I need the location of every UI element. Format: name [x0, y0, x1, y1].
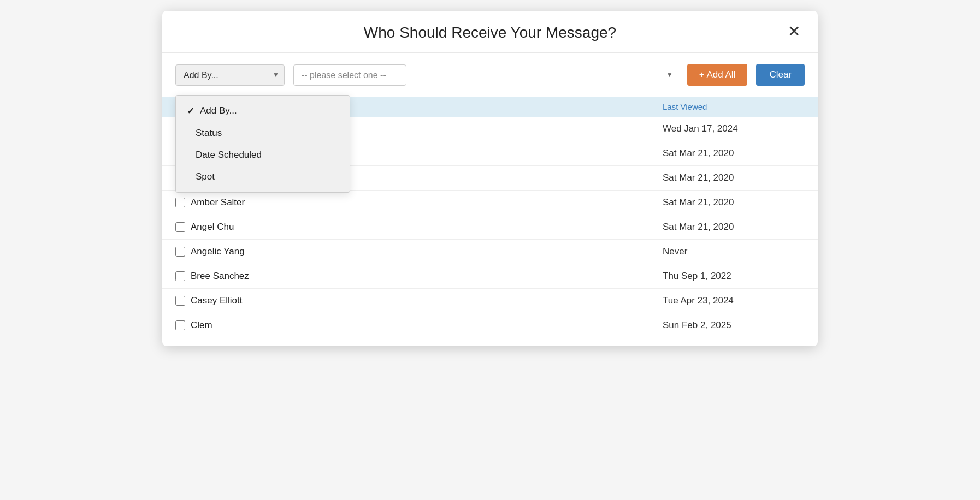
- close-button[interactable]: ✕: [783, 22, 805, 41]
- controls-row: Add By... Status Date Scheduled Spot ▼ A…: [162, 53, 818, 97]
- row-checkbox-3[interactable]: [175, 198, 185, 207]
- row-checkbox-8[interactable]: [175, 320, 185, 330]
- row-checkbox-6[interactable]: [175, 271, 185, 281]
- select-one-select[interactable]: -- please select one --: [293, 64, 406, 86]
- row-date-0: Wed Jan 17, 2024: [663, 123, 805, 134]
- dropdown-item-add-by[interactable]: Add By...: [176, 100, 350, 122]
- table-row: Amber Salter Sat Mar 21, 2020: [162, 191, 818, 215]
- row-date-7: Tue Apr 23, 2024: [663, 295, 805, 306]
- modal-header: Who Should Receive Your Message? ✕: [162, 11, 818, 53]
- dropdown-item-date-scheduled[interactable]: Date Scheduled: [176, 144, 350, 166]
- modal-title: Who Should Receive Your Message?: [364, 24, 616, 41]
- row-checkbox-5[interactable]: [175, 247, 185, 257]
- row-checkbox-7[interactable]: [175, 296, 185, 306]
- row-name-6: Bree Sanchez: [191, 271, 663, 282]
- select-one-wrapper: -- please select one -- ▼: [293, 64, 678, 86]
- add-all-button[interactable]: + Add All: [687, 64, 748, 86]
- table-row: Angel Chu Sat Mar 21, 2020: [162, 215, 818, 240]
- row-date-5: Never: [663, 246, 805, 257]
- table-row: Casey Elliott Tue Apr 23, 2024: [162, 289, 818, 313]
- col-last-viewed-header: Last Viewed: [663, 102, 805, 111]
- row-checkbox-4[interactable]: [175, 222, 185, 232]
- table-row: Angelic Yang Never: [162, 240, 818, 264]
- row-date-3: Sat Mar 21, 2020: [663, 197, 805, 208]
- add-by-dropdown-menu: Add By... Status Date Scheduled Spot: [175, 95, 350, 193]
- row-date-6: Thu Sep 1, 2022: [663, 271, 805, 282]
- add-by-wrapper: Add By... Status Date Scheduled Spot ▼ A…: [175, 64, 285, 86]
- row-date-1: Sat Mar 21, 2020: [663, 148, 805, 159]
- select-one-chevron-icon: ▼: [666, 71, 673, 79]
- row-name-7: Casey Elliott: [191, 295, 663, 306]
- row-name-5: Angelic Yang: [191, 246, 663, 257]
- table-row: Clem Sun Feb 2, 2025: [162, 313, 818, 337]
- dropdown-item-status[interactable]: Status: [176, 122, 350, 144]
- add-by-select[interactable]: Add By... Status Date Scheduled Spot: [175, 64, 285, 86]
- row-name-4: Angel Chu: [191, 222, 663, 233]
- clear-button[interactable]: Clear: [756, 64, 805, 86]
- modal: Who Should Receive Your Message? ✕ Add B…: [162, 11, 818, 346]
- row-date-8: Sun Feb 2, 2025: [663, 320, 805, 331]
- row-name-8: Clem: [191, 320, 663, 331]
- dropdown-item-spot[interactable]: Spot: [176, 166, 350, 188]
- row-date-4: Sat Mar 21, 2020: [663, 222, 805, 233]
- row-date-2: Sat Mar 21, 2020: [663, 172, 805, 183]
- table-row: Bree Sanchez Thu Sep 1, 2022: [162, 264, 818, 289]
- row-name-3: Amber Salter: [191, 197, 663, 208]
